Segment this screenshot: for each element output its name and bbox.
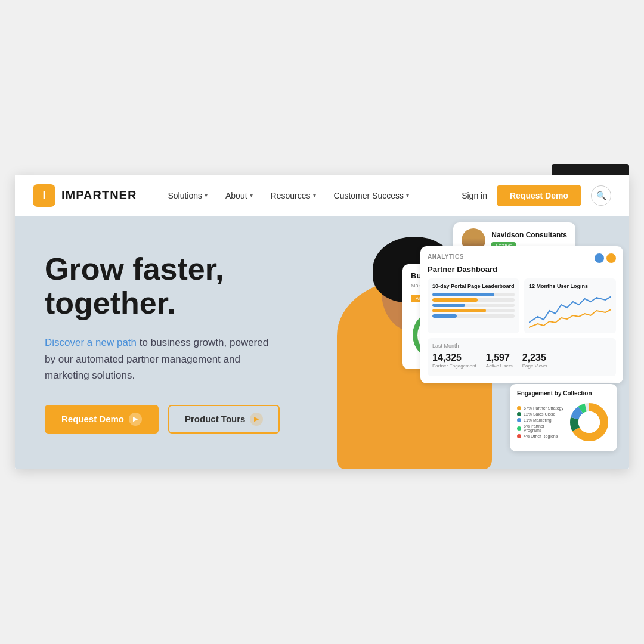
legend-text-3: 11% Marketing [524,418,552,422]
legend-item-3: 11% Marketing [517,418,564,422]
about-chevron-icon: ▾ [250,192,253,199]
hero-buttons: Request Demo ▶ Product Tours ▶ [45,405,283,434]
nav-item-about[interactable]: About ▾ [218,186,260,205]
sign-in-button[interactable]: Sign in [462,191,487,200]
bar-row-5 [432,314,515,318]
product-tours-button[interactable]: Product Tours ▶ [168,405,280,434]
legend-dot-5 [517,434,521,438]
legend-item-2: 12% Sales Close [517,412,564,416]
hero-title: Grow faster, together. [45,252,283,320]
legend-text-4: 6% Partner Programs [524,424,564,432]
solutions-chevron-icon: ▾ [205,192,208,199]
legend-item-1: 67% Partner Strategy [517,406,564,410]
hero-right: Navidson Consultants ACTIVE Business Pla… [313,216,629,469]
analytics-dashboard-title: Partner Dashboard [428,265,616,274]
engagement-title: Engagement by Collection [517,390,610,397]
product-tours-arrow-icon: ▶ [250,413,263,426]
page-wrapper: I IMPARTNER Solutions ▾ About ▾ Resource… [0,0,644,644]
browser-tab-bar [552,164,629,175]
stat-sublabel-1: Partner Engagement [432,363,476,369]
svg-point-7 [578,411,600,433]
legend-dot-1 [517,406,521,410]
legend-dot-2 [517,412,521,416]
engagement-donut-chart [568,401,610,445]
bar-row-1 [432,293,515,296]
request-demo-arrow-icon: ▶ [129,413,142,426]
stats-panel: Last Month 14,325 Partner Engagement [428,338,616,376]
bar-row-2 [432,298,515,302]
about-label: About [225,191,247,200]
nav-item-resources[interactable]: Resources ▾ [264,186,323,205]
logo-text: IMPARTNER [61,188,137,202]
nav-right: Sign in Request Demo 🔍 [462,185,611,206]
legend-dot-4 [517,426,521,431]
request-demo-nav-button[interactable]: Request Demo [497,185,581,206]
analytics-section-label: Analytics [428,253,616,260]
stat-sublabel-3: Page Views [522,363,547,369]
legend-item-5: 4% Other Regions [517,434,564,438]
logins-title: 12 Months User Logins [529,283,611,289]
hero-left: Grow faster, together. Discover a new pa… [15,216,313,469]
profile-name: Navidson Consultants [491,231,567,239]
engagement-content: 67% Partner Strategy 12% Sales Close 11%… [517,401,610,445]
subtitle-highlight1: Discover [45,337,84,348]
analytics-icons [595,253,616,263]
stat-item-2: 1,597 Active Users [486,352,513,369]
browser-window: I IMPARTNER Solutions ▾ About ▾ Resource… [15,175,629,469]
engagement-legend: 67% Partner Strategy 12% Sales Close 11%… [517,406,564,440]
analytics-orange-dot [606,253,616,263]
mini-bar-chart [432,293,515,318]
navbar: I IMPARTNER Solutions ▾ About ▾ Resource… [15,175,629,216]
logo-area[interactable]: I IMPARTNER [33,184,137,207]
leaderboard-panel: 10-day Portal Page Leaderboard [428,278,519,333]
analytics-row: 10-day Portal Page Leaderboard [428,278,616,333]
dashboard-area: Navidson Consultants ACTIVE Business Pla… [397,222,623,463]
logo-icon: I [33,184,55,207]
resources-chevron-icon: ▾ [313,192,316,199]
subtitle-highlight2: a new path [87,337,137,348]
stat-item-3: 2,235 Page Views [522,352,547,369]
stats-panel-title: Last Month [432,343,611,349]
analytics-card: Analytics Partner Dashboard 10-day Porta… [420,246,623,383]
nav-links: Solutions ▾ About ▾ Resources ▾ Customer… [160,186,462,205]
legend-text-5: 4% Other Regions [524,434,558,438]
stat-sublabel-2: Active Users [486,363,513,369]
nav-item-solutions[interactable]: Solutions ▾ [160,186,215,205]
search-icon[interactable]: 🔍 [591,185,611,206]
analytics-blue-dot [595,253,604,263]
stat-value-3: 2,235 [522,352,547,363]
stat-value-2: 1,597 [486,352,513,363]
nav-item-customer-success[interactable]: Customer Success ▾ [327,186,416,205]
stats-row: 14,325 Partner Engagement 1,597 Active U… [432,352,611,371]
legend-text-1: 67% Partner Strategy [524,406,564,410]
mini-line-chart [529,293,611,329]
bar-row-4 [432,309,515,312]
customer-success-label: Customer Success [334,191,404,200]
customer-success-chevron-icon: ▾ [406,192,409,199]
legend-text-2: 12% Sales Close [524,412,555,416]
engagement-card: Engagement by Collection 67% Partner Str… [510,384,617,451]
legend-dot-3 [517,418,521,422]
leaderboard-title: 10-day Portal Page Leaderboard [432,283,515,289]
hero-subtitle: Discover a new path to business growth, … [45,335,271,383]
stat-value-1: 14,325 [432,352,476,363]
stat-item-1: 14,325 Partner Engagement [432,352,476,369]
request-demo-hero-button[interactable]: Request Demo ▶ [45,405,159,434]
logins-panel: 12 Months User Logins [524,278,616,333]
hero-section: Grow faster, together. Discover a new pa… [15,216,629,469]
solutions-label: Solutions [168,191,202,200]
resources-label: Resources [271,191,311,200]
bar-row-3 [432,304,515,307]
legend-item-4: 6% Partner Programs [517,424,564,432]
website: I IMPARTNER Solutions ▾ About ▾ Resource… [15,175,629,469]
